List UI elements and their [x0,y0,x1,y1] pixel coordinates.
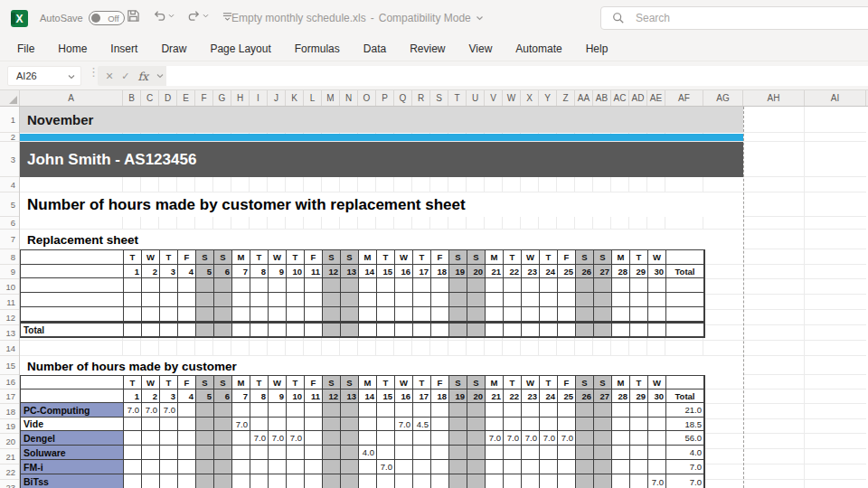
day-number-cell[interactable]: 23 [522,389,540,403]
day-number-cell[interactable]: 8 [250,265,269,278]
row-header-9[interactable]: 9 [0,265,19,279]
day-cell[interactable] [305,322,323,337]
day-cell[interactable] [196,293,214,307]
day-cell[interactable] [395,474,413,488]
day-cell[interactable] [594,460,612,474]
day-cell[interactable] [594,446,612,460]
day-cell[interactable] [196,278,214,293]
day-cell[interactable] [648,431,666,446]
day-cell[interactable] [449,278,467,293]
day-letter-cell[interactable]: S [323,376,341,389]
day-cell[interactable] [214,474,232,488]
day-cell[interactable] [395,322,413,337]
day-cell[interactable] [305,431,323,446]
day-number-cell[interactable]: 28 [612,389,630,403]
total-header-cell[interactable]: Total [666,265,704,278]
day-cell[interactable] [323,474,341,488]
day-number-cell[interactable]: 15 [377,389,395,403]
day-cell[interactable] [486,322,504,337]
day-cell[interactable] [449,307,467,322]
day-number-cell[interactable]: 7 [232,265,250,278]
day-cell[interactable] [467,418,486,431]
day-cell[interactable] [504,460,522,474]
day-cell[interactable] [269,278,287,293]
day-cell[interactable] [431,474,449,488]
cancel-icon[interactable]: × [106,69,113,83]
column-header-G[interactable]: G [213,90,231,106]
day-number-cell[interactable]: 23 [522,265,540,278]
day-cell[interactable] [449,446,467,460]
day-cell[interactable] [576,460,594,474]
day-letter-cell[interactable]: T [504,376,522,389]
day-cell[interactable] [341,307,359,322]
day-cell[interactable] [576,446,594,460]
day-number-cell[interactable]: 22 [504,389,522,403]
day-cell[interactable] [178,431,196,446]
day-cell[interactable] [648,322,666,337]
day-letter-cell[interactable]: F [178,250,196,265]
day-cell[interactable] [540,403,558,418]
day-cell[interactable] [160,418,178,431]
day-number-cell[interactable]: 13 [341,389,359,403]
total-label-cell[interactable]: Total [21,322,124,337]
day-cell[interactable] [431,293,449,307]
day-cell[interactable] [214,418,232,431]
day-number-cell[interactable]: 13 [341,265,359,278]
day-cell[interactable] [467,278,486,293]
day-number-cell[interactable]: 12 [323,389,341,403]
column-header-I[interactable]: I [250,90,268,106]
day-cell[interactable] [431,431,449,446]
column-header-B[interactable]: B [123,90,141,106]
day-cell[interactable] [558,307,576,322]
day-cell[interactable] [359,278,377,293]
day-number-cell[interactable]: 14 [359,389,377,403]
column-header-W[interactable]: W [503,90,521,106]
day-cell[interactable] [467,293,486,307]
day-cell[interactable] [341,293,359,307]
total-column-cell[interactable] [666,376,704,389]
day-letter-cell[interactable]: W [269,376,287,389]
day-cell[interactable] [124,446,142,460]
day-cell[interactable] [214,403,232,418]
day-cell[interactable] [323,460,341,474]
customer-name-cell[interactable]: PC-Computing [21,403,124,418]
day-cell[interactable] [323,403,341,418]
day-cell[interactable] [178,403,196,418]
day-cell[interactable] [305,403,323,418]
day-cell[interactable] [504,474,522,488]
day-number-cell[interactable]: 6 [214,389,232,403]
column-header-Y[interactable]: Y [539,90,557,106]
day-cell[interactable] [594,403,612,418]
day-cell[interactable] [269,322,287,337]
day-cell[interactable] [142,418,160,431]
day-number-cell[interactable]: 1 [124,265,142,278]
day-number-cell[interactable]: 19 [449,265,467,278]
hour-cell[interactable]: 7.0 [287,431,305,446]
day-letter-cell[interactable]: F [305,250,323,265]
column-header-AD[interactable]: AD [629,90,647,106]
day-cell[interactable] [250,446,269,460]
row-total-cell[interactable]: 7.0 [666,460,704,474]
day-cell[interactable] [504,322,522,337]
day-cell[interactable] [359,460,377,474]
day-cell[interactable] [522,322,540,337]
day-letter-cell[interactable]: W [269,250,287,265]
customer-name-cell[interactable]: BiTss [21,474,124,488]
day-letter-cell[interactable]: T [160,250,178,265]
column-header-AE[interactable]: AE [647,90,665,106]
day-number-cell[interactable]: 3 [160,389,178,403]
day-letter-cell[interactable]: S [576,376,594,389]
day-letter-cell[interactable]: F [431,250,449,265]
day-cell[interactable] [594,293,612,307]
day-cell[interactable] [359,418,377,431]
day-letter-cell[interactable]: S [214,250,232,265]
day-cell[interactable] [196,307,214,322]
day-letter-cell[interactable]: M [232,250,250,265]
label-cell[interactable] [21,389,124,403]
day-cell[interactable] [486,403,504,418]
day-cell[interactable] [142,293,160,307]
day-cell[interactable] [648,418,666,431]
day-cell[interactable] [576,322,594,337]
day-cell[interactable] [214,460,232,474]
column-header-H[interactable]: H [231,90,250,106]
